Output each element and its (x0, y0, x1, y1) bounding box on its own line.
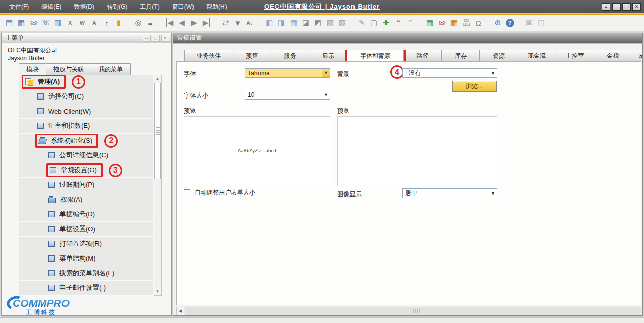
payment-means-icon[interactable]: ◪ (300, 17, 312, 29)
tree-scrollbar-thumb[interactable] (154, 83, 161, 179)
tree-row-14[interactable]: 电子邮件设置(-) (19, 281, 153, 296)
base-document-icon[interactable]: ▧ (324, 17, 336, 29)
scroll-up-icon[interactable]: ▲ (154, 75, 161, 82)
autosize-checkbox[interactable] (184, 189, 190, 196)
edit-icon[interactable]: ✎ (356, 17, 368, 29)
print-preview-icon[interactable]: ▤ (3, 17, 15, 29)
tree-row-10[interactable]: 单据设置(O) (19, 222, 153, 237)
panel-close-icon[interactable]: ✕ (161, 35, 169, 42)
mail-alert-icon[interactable]: ✉ (436, 17, 448, 29)
close-icon[interactable]: ✕ (632, 3, 641, 11)
font-size-select[interactable]: 10 ▼ (245, 90, 330, 100)
image-display-select[interactable]: 居中 ▼ (402, 188, 497, 198)
menu-item-2[interactable]: 数据(D) (69, 1, 100, 13)
settings-tab-1[interactable]: 预算 (233, 50, 271, 61)
change-log-icon[interactable]: ≡ (144, 17, 156, 29)
main-menu-titlebar[interactable]: 主菜单 —□✕ (2, 33, 171, 43)
last-record-icon[interactable]: ▶ (200, 17, 212, 29)
collapse-remarks-icon[interactable]: ❞ (404, 17, 416, 29)
background-select[interactable]: - 没有 - ▼ (402, 68, 497, 78)
first-record-icon[interactable]: ◀ (164, 17, 176, 29)
tree-row-11[interactable]: 打印首选项(R) (19, 237, 153, 251)
create-form-icon[interactable]: ▢ (368, 17, 380, 29)
main-menu-tab-0[interactable]: 模块 (19, 63, 46, 75)
minimize-icon[interactable]: — (612, 3, 621, 11)
target-document-icon[interactable]: ▨ (336, 17, 348, 29)
annotation-box-1: 管理(A) (22, 75, 66, 89)
customize-icon[interactable]: ≡ (602, 3, 610, 11)
tree-row-1[interactable]: 选择公司(C) (19, 89, 153, 104)
previous-record-icon[interactable]: ◀ (176, 17, 188, 29)
calendar-icon[interactable]: ▦ (424, 17, 436, 29)
settings-tab-11[interactable]: 成 (632, 50, 642, 61)
refresh-icon[interactable]: ⇄ (219, 17, 232, 29)
tree-row-6[interactable]: 常规设置(G)3 (19, 163, 153, 178)
gross-profit-icon[interactable]: ◩ (312, 17, 324, 29)
main-menu-tab-2[interactable]: 我的菜单 (91, 63, 131, 75)
copy-to-icon[interactable]: ◧ (263, 17, 275, 29)
export-pdf-icon[interactable]: A (88, 17, 101, 29)
menu-item-6[interactable]: 帮助(H) (201, 1, 232, 13)
tree-row-0[interactable]: 管理(A)1 (19, 75, 153, 89)
menu-item-5[interactable]: 窗口(W) (167, 1, 199, 13)
settings-tab-7[interactable]: 资源 (479, 50, 518, 61)
support-expert-icon[interactable]: ◫ (535, 17, 548, 29)
find-icon[interactable]: ◎ (132, 17, 144, 29)
scroll-down-icon[interactable]: ▼ (154, 288, 161, 295)
restore-icon[interactable]: ❐ (622, 3, 631, 11)
filter-icon[interactable]: ▼ (232, 17, 244, 29)
menu-item-0[interactable]: 文件(F) (4, 1, 34, 13)
tree-row-5[interactable]: 公司详细信息(C) (19, 148, 153, 163)
browse-button[interactable]: 浏览... (452, 81, 497, 92)
settings-tab-2[interactable]: 服务 (271, 50, 309, 61)
org-chart-icon[interactable]: 品 (460, 17, 472, 29)
settings-tab-3[interactable]: 显示 (309, 50, 347, 61)
tree-row-8[interactable]: 权限(A) (19, 192, 153, 207)
tree-row-7[interactable]: 过账期间(P) (19, 178, 153, 192)
settings-tab-6[interactable]: 库存 (441, 50, 480, 61)
upload-icon[interactable]: ↑ (101, 17, 113, 29)
support-desktop-icon[interactable]: ▣ (523, 17, 535, 29)
fax-icon[interactable]: ▥ (52, 17, 64, 29)
settings-tab-9[interactable]: 主控室 (556, 50, 594, 61)
settings-tab-5[interactable]: 路径 (403, 50, 442, 61)
tree-scrollbar[interactable]: ▲ ▼ (154, 75, 162, 296)
web-client-icon[interactable]: ⊕ (492, 17, 504, 29)
journal-entry-icon[interactable]: ▦ (287, 17, 300, 29)
price-report-icon[interactable]: ▦ (448, 17, 460, 29)
tree-row-4[interactable]: 系统初始化(S)2 (19, 134, 153, 148)
form-settings-icon[interactable]: ✚ (380, 17, 392, 29)
print-icon[interactable]: ▦ (15, 17, 27, 29)
lock-screen-icon[interactable]: ▮ (113, 17, 125, 29)
next-record-icon[interactable]: ▶ (188, 17, 200, 29)
horizontal-scrollbar[interactable]: ◀ (176, 307, 641, 315)
menu-item-4[interactable]: 工具(T) (135, 1, 165, 13)
copy-from-icon[interactable]: ◨ (275, 17, 287, 29)
user-icon[interactable]: Ω (472, 17, 485, 29)
export-excel-icon[interactable]: X (64, 17, 76, 29)
settings-tab-4[interactable]: 字体和背景 (347, 50, 404, 61)
font-select[interactable]: Tahoma ▼ (245, 68, 330, 78)
remarks-icon[interactable]: ❝ (392, 17, 404, 29)
panel-maximize-icon[interactable]: □ (152, 35, 160, 42)
settings-tab-8[interactable]: 现金流 (518, 50, 556, 61)
sort-icon[interactable]: A↓ (244, 17, 256, 29)
settings-tab-0[interactable]: 业务伙伴 (184, 50, 233, 61)
tree-row-13[interactable]: 搜索的菜单别名(E) (19, 266, 153, 281)
tree-row-2[interactable]: Web Client(W) (19, 104, 153, 119)
menu-item-3[interactable]: 转到(G) (102, 1, 133, 13)
export-word-icon[interactable]: W (76, 17, 88, 29)
tree-row-3[interactable]: 汇率和指数(E) (19, 119, 153, 134)
tree-row-12[interactable]: 菜单结构(M) (19, 251, 153, 266)
menu-item-1[interactable]: 编辑(E) (36, 1, 67, 13)
settings-titlebar[interactable]: 常规设置 (173, 33, 642, 43)
help-icon[interactable]: ? (504, 17, 516, 29)
horizontal-scrollbar-thumb[interactable] (185, 307, 641, 315)
sms-icon[interactable]: ☏ (40, 17, 52, 29)
tree-row-9[interactable]: 单据编号(D) (19, 207, 153, 222)
email-icon[interactable]: ✉ (27, 17, 40, 29)
scroll-left-icon[interactable]: ◀ (177, 307, 184, 315)
panel-minimize-icon[interactable]: — (143, 35, 151, 42)
main-menu-tab-1[interactable]: 拖放与关联 (46, 63, 91, 75)
settings-tab-10[interactable]: 金税 (594, 50, 632, 61)
